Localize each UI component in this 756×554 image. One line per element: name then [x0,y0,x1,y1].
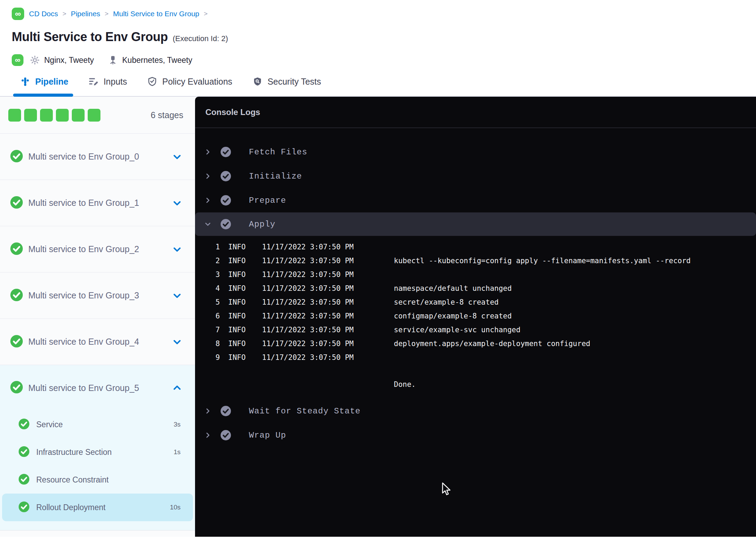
harness-logo-icon: ∞ [12,8,24,20]
chevron-right-icon[interactable] [204,431,212,439]
stage-row[interactable]: Multi service to Env Group_0 [0,134,195,180]
log-timestamp: 11/17/2022 3:07:50 PM [262,284,366,293]
policy-shield-check-icon [147,76,157,87]
tab-label: Security Tests [268,77,321,87]
breadcrumb-link[interactable]: Multi Service to Env Group [113,10,199,18]
tab-pipeline[interactable]: Pipeline [20,67,68,96]
step-label: Infrastructure Section [36,448,112,457]
console-step-row[interactable]: Initialize [195,164,756,188]
stage-label: Multi service to Env Group_3 [28,290,139,300]
log-line-number: 3 [195,270,220,279]
chevron-right-icon[interactable] [204,172,212,180]
log-level: INFO [228,298,248,306]
chevron-right-icon[interactable] [204,407,212,415]
step-success-check-icon [221,219,231,229]
step-success-check-icon [221,406,231,416]
stage-progress-squares [8,109,100,122]
log-message: secret/example-8 created [394,298,498,306]
console-step-row[interactable]: Apply [195,212,756,236]
breadcrumb-link[interactable]: CD Docs [29,10,58,18]
console-step-label: Wait for Steady State [249,407,360,416]
step-row[interactable]: Service3s [2,411,193,438]
tab-label: Policy Evaluations [162,77,232,87]
tab-label: Pipeline [35,77,68,87]
log-level: INFO [228,284,248,293]
pipeline-status-icon: ∞ [12,54,23,66]
stage-row[interactable]: Multi service to Env Group_5 [0,365,195,411]
log-message: namespace/default unchanged [394,284,512,293]
log-level: INFO [228,257,248,265]
console-step-row[interactable]: Prepare [195,188,756,212]
success-check-icon [10,150,23,164]
log-message: service/example-svc unchanged [394,326,521,334]
success-check-icon [10,381,23,395]
step-row[interactable]: Infrastructure Section1s [2,438,193,466]
stage-row[interactable]: Multi service to Env Group_2 [0,226,195,273]
stage-count-label: 6 stages [151,110,183,120]
security-shield-search-icon [252,76,263,87]
step-duration: 3s [174,421,181,428]
success-check-icon [10,196,23,210]
log-message: deployment.apps/example-deployment confi… [394,340,590,348]
console-step-row[interactable]: Wrap Up [195,423,756,447]
stage-success-square[interactable] [40,109,53,122]
log-line-number: 2 [195,257,220,265]
stage-row[interactable]: Multi service to Env Group_1 [0,180,195,226]
breadcrumb: ∞ CD Docs>Pipelines>Multi Service to Env… [12,6,756,21]
stage-success-square[interactable] [24,109,37,122]
console-step-row[interactable]: Fetch Files [195,140,756,164]
log-line: 4INFO11/17/2022 3:07:50 PMnamespace/defa… [195,281,756,295]
step-duration: 10s [170,504,181,511]
console-step-label: Initialize [249,172,302,181]
step-row[interactable]: Resource Constraint [2,466,193,494]
step-row[interactable]: Rollout Deployment10s [2,494,193,521]
stage-success-square[interactable] [56,109,69,122]
console-logs-panel: Console Logs Fetch FilesInitializePrepar… [195,97,756,537]
stage-row[interactable]: Multi service to Env Group_4 [0,319,195,365]
success-check-icon [19,446,29,458]
log-timestamp: 11/17/2022 3:07:50 PM [262,353,366,362]
log-timestamp: 11/17/2022 3:07:50 PM [262,298,366,306]
chevron-down-icon[interactable] [172,152,182,162]
console-title: Console Logs [205,107,260,117]
step-success-check-icon [221,171,231,181]
stage-label: Multi service to Env Group_1 [28,198,139,208]
stage-row[interactable]: Multi service to Env Group_3 [0,273,195,319]
chevron-down-icon[interactable] [172,337,182,347]
chevron-up-icon[interactable] [172,383,182,393]
log-timestamp: 11/17/2022 3:07:50 PM [262,257,366,265]
console-step-row[interactable]: Wait for Steady State [195,399,756,423]
success-check-icon [19,419,29,431]
tab-inputs[interactable]: Inputs [88,67,127,96]
stage-success-square[interactable] [72,109,85,122]
tab-policy-evaluations[interactable]: Policy Evaluations [147,67,232,96]
stage-label: Multi service to Env Group_4 [28,337,139,347]
chevron-right-icon[interactable] [204,148,212,156]
chevron-right-icon[interactable] [204,197,212,204]
stage-success-square[interactable] [8,109,21,122]
log-level: INFO [228,312,248,320]
stage-success-square[interactable] [88,109,100,122]
log-line: 8INFO11/17/2022 3:07:50 PMdeployment.app… [195,337,756,351]
step-label: Service [36,420,63,429]
chevron-down-icon[interactable] [172,245,182,254]
log-timestamp: 11/17/2022 3:07:50 PM [262,326,366,334]
expanded-stage-group: Multi service to Env Group_5Service3sInf… [0,365,195,531]
log-block: 1INFO11/17/2022 3:07:50 PM2INFO11/17/202… [195,236,756,399]
chevron-down-icon[interactable] [172,291,182,300]
chevron-down-icon[interactable] [172,198,182,208]
success-check-icon [10,335,23,349]
step-success-check-icon [221,430,231,440]
chevron-down-icon[interactable] [204,220,212,228]
inputs-icon [88,76,99,87]
tab-security-tests[interactable]: Security Tests [252,67,321,96]
success-check-icon [10,242,23,256]
log-line: 3INFO11/17/2022 3:07:50 PM [195,268,756,281]
step-duration: 1s [174,448,181,456]
stage-label: Multi service to Env Group_2 [28,244,139,254]
breadcrumb-link[interactable]: Pipelines [71,10,100,18]
meta-row: ∞ Nginx, Tweety [12,53,756,67]
step-success-check-icon [221,195,231,206]
success-check-icon [19,474,29,486]
services-group: Nginx, Tweety [30,55,94,65]
